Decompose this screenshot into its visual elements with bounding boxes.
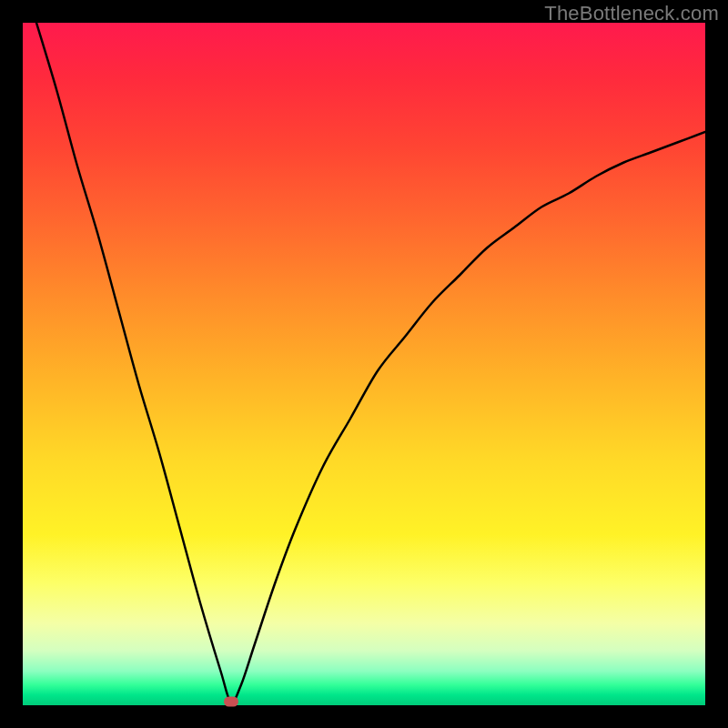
plot-area	[23, 23, 705, 705]
bottleneck-curve	[23, 23, 705, 705]
chart-frame: TheBottleneck.com	[0, 0, 728, 728]
optimal-point-marker	[224, 697, 238, 707]
